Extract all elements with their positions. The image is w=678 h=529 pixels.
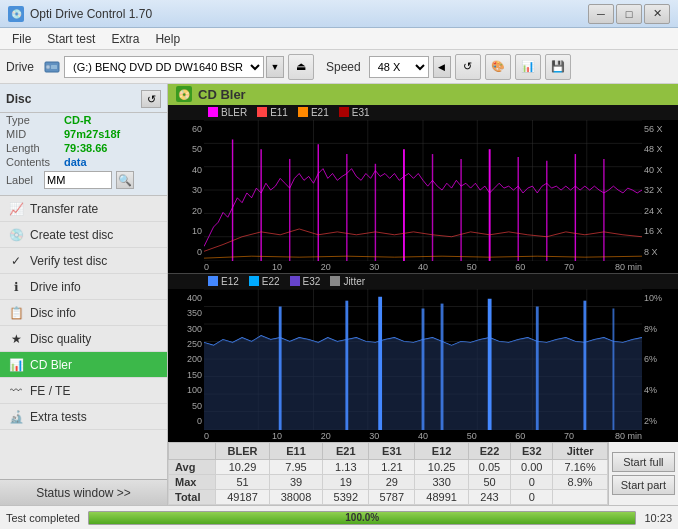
y2-100: 100 <box>187 385 202 395</box>
menu-help[interactable]: Help <box>147 30 188 48</box>
drive-refresh-btn[interactable]: ▼ <box>266 56 284 78</box>
disc-info-icon: 📋 <box>8 305 24 321</box>
row-max-e22: 50 <box>468 475 510 490</box>
disc-header: Disc ↺ <box>0 88 167 113</box>
y2r-4: 4% <box>644 385 676 395</box>
legend-bler: BLER <box>208 107 247 118</box>
row-avg-jitter: 7.16% <box>553 460 607 475</box>
disc-panel: Disc ↺ Type CD-R MID 97m27s18f Length 79… <box>0 84 167 196</box>
drive-dropdown[interactable]: (G:) BENQ DVD DD DW1640 BSRB <box>64 56 264 78</box>
create-test-disc-icon: 💿 <box>8 227 24 243</box>
row-max-e32: 0 <box>511 475 553 490</box>
e31-color <box>339 107 349 117</box>
y1r-40: 40 X <box>644 165 676 175</box>
drive-selector-wrap: (G:) BENQ DVD DD DW1640 BSRB ▼ <box>42 56 284 78</box>
row-max-label: Max <box>169 475 216 490</box>
nav-label-create-test-disc: Create test disc <box>30 228 113 242</box>
disc-label-btn[interactable]: 🔍 <box>116 171 134 189</box>
settings-button[interactable]: 🎨 <box>485 54 511 80</box>
y1-60: 60 <box>192 124 202 134</box>
start-part-button[interactable]: Start part <box>612 475 675 495</box>
col-header-e21: E21 <box>323 443 369 460</box>
row-max-jitter: 8.9% <box>553 475 607 490</box>
row-avg-e32: 0.00 <box>511 460 553 475</box>
refresh-button[interactable]: ↺ <box>455 54 481 80</box>
disc-label-input[interactable] <box>44 171 112 189</box>
y1-20: 20 <box>192 206 202 216</box>
menu-extra[interactable]: Extra <box>103 30 147 48</box>
sidebar-item-extra-tests[interactable]: 🔬 Extra tests <box>0 404 167 430</box>
cd-bler-icon: 📊 <box>8 357 24 373</box>
e12-label: E12 <box>221 276 239 287</box>
y1-50: 50 <box>192 144 202 154</box>
speed-label: Speed <box>326 60 361 74</box>
nav-label-disc-info: Disc info <box>30 306 76 320</box>
sidebar-item-verify-test-disc[interactable]: ✓ Verify test disc <box>0 248 167 274</box>
sidebar-item-disc-quality[interactable]: ★ Disc quality <box>0 326 167 352</box>
sidebar-item-drive-info[interactable]: ℹ Drive info <box>0 274 167 300</box>
y2r-8: 8% <box>644 324 676 334</box>
table-row: Total 49187 38008 5392 5787 48991 243 0 <box>169 490 608 505</box>
sidebar-item-create-test-disc[interactable]: 💿 Create test disc <box>0 222 167 248</box>
disc-refresh-btn[interactable]: ↺ <box>141 90 161 108</box>
legend-e11: E11 <box>257 107 288 118</box>
y1r-32: 32 X <box>644 185 676 195</box>
chart-title: CD Bler <box>198 87 246 102</box>
progress-bar: 100.0% <box>88 511 636 525</box>
table-row: Max 51 39 19 29 330 50 0 8.9% <box>169 475 608 490</box>
close-button[interactable]: ✕ <box>644 4 670 24</box>
minimize-button[interactable]: ─ <box>588 4 614 24</box>
speed-dropdown[interactable]: 48 X <box>369 56 429 78</box>
x2-20: 20 <box>301 431 350 441</box>
status-time: 10:23 <box>644 512 672 524</box>
nav-label-verify-test-disc: Verify test disc <box>30 254 107 268</box>
disc-length-val: 79:38.66 <box>64 142 107 154</box>
row-max-bler: 51 <box>216 475 270 490</box>
status-window-btn[interactable]: Status window >> <box>0 479 167 505</box>
row-total-jitter <box>553 490 607 505</box>
svg-rect-1 <box>51 65 57 69</box>
eject-button[interactable]: ⏏ <box>288 54 314 80</box>
e12-color <box>208 276 218 286</box>
row-avg-bler: 10.29 <box>216 460 270 475</box>
save-button[interactable]: 💾 <box>545 54 571 80</box>
x2-80: 80 min <box>593 431 642 441</box>
top-chart-svg <box>204 120 642 261</box>
jitter-label: Jitter <box>343 276 365 287</box>
x1-10: 10 <box>253 262 302 272</box>
disc-type-row: Type CD-R <box>0 113 167 127</box>
x2-30: 30 <box>350 431 399 441</box>
top-chart-area: 60 50 40 30 20 10 0 <box>168 120 678 261</box>
sidebar-item-cd-bler[interactable]: 📊 CD Bler <box>0 352 167 378</box>
sidebar-item-transfer-rate[interactable]: 📈 Transfer rate <box>0 196 167 222</box>
x1-0: 0 <box>204 262 253 272</box>
start-full-button[interactable]: Start full <box>612 452 675 472</box>
nav-label-transfer-rate: Transfer rate <box>30 202 98 216</box>
window-controls: ─ □ ✕ <box>588 4 670 24</box>
y2-50: 50 <box>192 401 202 411</box>
y1-0: 0 <box>197 247 202 257</box>
sidebar: Disc ↺ Type CD-R MID 97m27s18f Length 79… <box>0 84 168 505</box>
extra-tests-icon: 🔬 <box>8 409 24 425</box>
row-max-e31: 29 <box>369 475 415 490</box>
y1-40: 40 <box>192 165 202 175</box>
menu-file[interactable]: File <box>4 30 39 48</box>
sidebar-item-fe-te[interactable]: 〰 FE / TE <box>0 378 167 404</box>
speed-down-btn[interactable]: ◀ <box>433 56 451 78</box>
disc-type-key: Type <box>6 114 64 126</box>
e11-color <box>257 107 267 117</box>
x2-50: 50 <box>447 431 496 441</box>
sidebar-item-disc-info[interactable]: 📋 Disc info <box>0 300 167 326</box>
y1r-16: 16 X <box>644 226 676 236</box>
menu-bar: File Start test Extra Help <box>0 28 678 50</box>
graph-button[interactable]: 📊 <box>515 54 541 80</box>
legend-e12: E12 <box>208 276 239 287</box>
row-avg-e31: 1.21 <box>369 460 415 475</box>
disc-contents-key: Contents <box>6 156 64 168</box>
nav-label-drive-info: Drive info <box>30 280 81 294</box>
legend-jitter: Jitter <box>330 276 365 287</box>
maximize-button[interactable]: □ <box>616 4 642 24</box>
menu-start-test[interactable]: Start test <box>39 30 103 48</box>
y2-300: 300 <box>187 324 202 334</box>
main-content: 📀 CD Bler BLER E11 <box>168 84 678 505</box>
